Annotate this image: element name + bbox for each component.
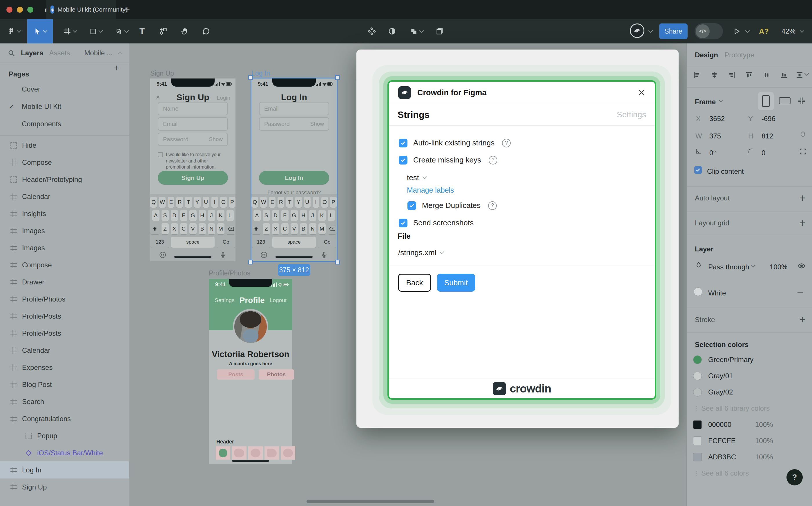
key[interactable]: S — [263, 210, 270, 221]
photo-tile[interactable] — [281, 446, 295, 460]
layer-row[interactable]: iOS/Status Bar/White — [0, 444, 129, 461]
key[interactable]: N — [309, 223, 316, 234]
key[interactable]: X — [171, 223, 178, 234]
constrain-proportions-icon[interactable] — [799, 130, 807, 138]
layer-row[interactable]: Images — [0, 222, 129, 239]
text-tool[interactable]: T — [136, 19, 148, 44]
key[interactable]: R — [176, 197, 183, 208]
see-library-colors[interactable]: ⋮See all 6 library colors — [687, 400, 812, 417]
signup-cta-button[interactable]: Sign Up — [158, 171, 228, 185]
selection-color-row[interactable]: ADB3BC100% — [687, 449, 812, 465]
key[interactable]: I — [313, 197, 319, 208]
key[interactable]: H — [199, 210, 206, 221]
layer-row[interactable]: Insights — [0, 205, 129, 222]
key[interactable]: Z — [263, 223, 270, 234]
opacity-input[interactable]: 100% — [770, 263, 787, 271]
fill-swatch[interactable] — [694, 287, 702, 296]
layer-row[interactable]: Expenses — [0, 359, 129, 376]
tab-assets[interactable]: Assets — [49, 49, 70, 57]
align-left-icon[interactable] — [693, 71, 701, 79]
send-screenshots-row[interactable]: Send screenshots — [399, 219, 474, 227]
layer-row[interactable]: Images — [0, 239, 129, 256]
profile-frame[interactable]: 9:41 Settings Profile Logout Victoriia R… — [209, 279, 292, 464]
go-key[interactable]: Go — [318, 237, 336, 248]
show-password-toggle[interactable]: Show — [209, 136, 223, 143]
frame-label-signup[interactable]: Sign Up — [150, 70, 174, 77]
selection-color-row[interactable]: Green/Primary — [687, 352, 812, 368]
key[interactable]: M — [217, 223, 224, 234]
use-as-mask-button[interactable] — [385, 19, 399, 44]
logout-link[interactable]: Logout — [270, 297, 286, 304]
photo-tile[interactable] — [232, 446, 247, 460]
key[interactable]: L — [328, 210, 335, 221]
tab-prototype[interactable]: Prototype — [725, 51, 754, 59]
color-swatch[interactable] — [693, 371, 702, 380]
show-password-toggle[interactable]: Show — [310, 121, 324, 127]
password-field[interactable]: PasswordShow — [158, 133, 228, 146]
align-top-icon[interactable] — [745, 71, 753, 79]
backspace-key-icon[interactable] — [328, 223, 337, 234]
color-swatch[interactable] — [693, 453, 702, 461]
blend-mode-dropdown[interactable]: Pass through — [708, 263, 749, 271]
key[interactable]: F — [281, 210, 288, 221]
height-input[interactable]: 812 — [761, 132, 773, 140]
selection-color-row[interactable]: 000000100% — [687, 417, 812, 433]
present-button[interactable] — [731, 19, 742, 44]
go-key[interactable]: Go — [217, 237, 235, 248]
selection-handle[interactable] — [248, 260, 253, 264]
align-h-center-icon[interactable] — [710, 71, 718, 79]
file-dropdown[interactable]: /strings.xml — [398, 248, 444, 257]
x-input[interactable]: 3652 — [709, 115, 725, 123]
visibility-eye-icon[interactable] — [798, 262, 806, 270]
help-button[interactable]: ? — [787, 469, 803, 486]
width-input[interactable]: 375 — [709, 132, 721, 140]
key[interactable]: G — [189, 210, 197, 221]
emoji-icon[interactable] — [159, 251, 166, 259]
key[interactable]: G — [290, 210, 298, 221]
rotation-input[interactable]: 0° — [709, 149, 716, 157]
signup-frame[interactable]: 9:41 Sign Up × Login Name Email Password… — [150, 79, 235, 261]
settings-link[interactable]: Settings — [215, 297, 234, 304]
file-tab[interactable]: ◈ Mobile UI kit (Community) — [47, 0, 116, 19]
align-bottom-icon[interactable] — [780, 71, 788, 79]
align-right-icon[interactable] — [728, 71, 735, 79]
email-field[interactable]: Email — [259, 102, 329, 115]
distribute-icon[interactable] — [796, 71, 803, 79]
help-icon[interactable]: ? — [488, 201, 497, 210]
key[interactable]: V — [290, 223, 298, 234]
zoom-dropdown-chevron[interactable] — [798, 19, 806, 44]
layer-row[interactable]: Log In — [0, 461, 129, 479]
distribute-chevron[interactable] — [804, 71, 809, 76]
color-swatch[interactable] — [693, 420, 702, 429]
layer-row[interactable]: Profile/Posts — [0, 308, 129, 325]
create-keys-row[interactable]: Create missing keys ? — [399, 156, 497, 165]
key[interactable]: J — [309, 210, 316, 221]
color-swatch[interactable] — [693, 355, 702, 364]
layer-row[interactable]: Popup — [0, 427, 129, 444]
selection-handle[interactable] — [335, 260, 340, 264]
mic-icon[interactable] — [321, 251, 328, 259]
key[interactable]: A — [254, 210, 261, 221]
shape-tool[interactable] — [86, 19, 106, 44]
merge-duplicates-row[interactable]: Merge Duplicates ? — [407, 201, 497, 210]
remove-fill-button[interactable]: – — [798, 285, 803, 297]
add-auto-layout-button[interactable]: + — [799, 195, 805, 201]
numeric-key[interactable]: 123 — [252, 237, 270, 248]
key[interactable]: Y — [194, 197, 201, 208]
traffic-light-close[interactable] — [6, 7, 12, 13]
key[interactable]: M — [319, 223, 326, 234]
help-icon[interactable]: ? — [489, 156, 497, 165]
key[interactable]: H — [300, 210, 307, 221]
zoom-level[interactable]: 42% — [779, 19, 798, 44]
key[interactable]: J — [208, 210, 215, 221]
password-field[interactable]: PasswordShow — [259, 117, 329, 131]
page-row[interactable]: Cover — [0, 81, 129, 98]
submit-button[interactable]: Submit — [437, 274, 475, 292]
key[interactable]: B — [199, 223, 206, 234]
page-row[interactable]: ✓Mobile UI Kit — [0, 98, 129, 115]
key[interactable]: T — [185, 197, 192, 208]
share-button[interactable]: Share — [659, 23, 688, 39]
new-tab-button[interactable]: + — [124, 3, 130, 15]
layer-row[interactable]: Drawer — [0, 273, 129, 290]
layer-row[interactable]: Hide — [0, 137, 129, 154]
